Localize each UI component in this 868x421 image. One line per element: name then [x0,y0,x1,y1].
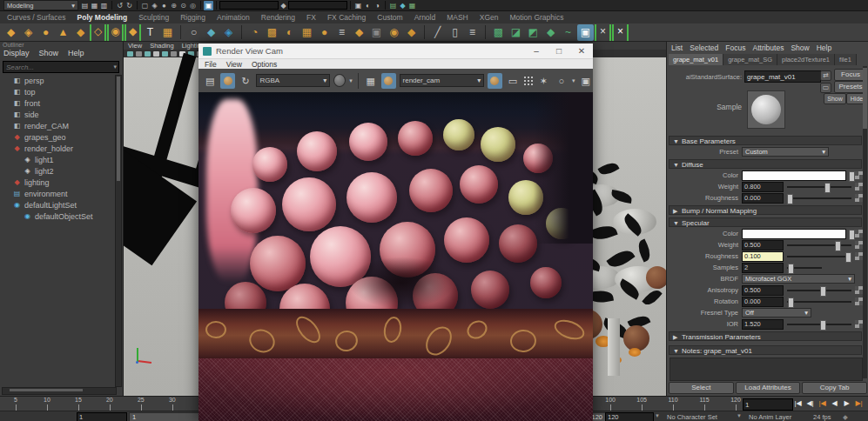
shelf-tab-rigging[interactable]: Rigging [180,13,205,22]
outliner-search[interactable]: ▾ [3,61,119,73]
chevron-down-icon[interactable]: ▾ [572,77,575,84]
texture-map-button[interactable] [855,252,863,260]
shelf-tool-icon[interactable]: ◉ [386,24,402,41]
shelf-tab-custom[interactable]: Custom [377,13,402,22]
color-swatch[interactable] [742,229,846,239]
ae-menu-help[interactable]: Help [817,43,831,52]
playback-button[interactable]: ▶| [853,398,865,410]
shelf-tool-icon[interactable]: ▣ [577,24,594,41]
animation-start-field[interactable]: 1 [77,412,127,421]
shelf-tool-icon[interactable]: × [595,24,611,41]
grid-icon[interactable]: ▦ [364,73,378,89]
outliner-item-grapes_geo[interactable]: ◆grapes_geo [0,131,115,143]
shelf-tab-fx-caching[interactable]: FX Caching [327,13,366,22]
menu-set-selector[interactable]: Modeling ▾ [3,0,78,10]
attr-slider[interactable] [850,175,851,177]
animation-end-field[interactable]: 120 [605,412,654,421]
playback-button[interactable]: ◀| [804,398,816,410]
maximize-button[interactable]: □ [548,43,570,59]
shelf-tool-icon[interactable]: ▩ [490,24,507,41]
node-name-field[interactable] [744,70,821,83]
shelf-tool-icon[interactable]: ◆ [72,24,89,41]
attr-value-field[interactable]: 1.520 [742,319,784,330]
select-button[interactable]: Select [669,382,734,394]
shelf-tab-poly-modeling[interactable]: Poly Modeling [77,13,128,22]
status-line-icon[interactable]: ◈ [150,1,159,10]
ae-menu-list[interactable]: List [671,43,683,52]
ae-menu-selected[interactable]: Selected [690,43,718,52]
outliner-item-lighting[interactable]: ◆lighting [0,177,115,188]
status-line-icon[interactable]: ◐ [363,1,373,10]
copy-tab-button[interactable]: Copy Tab [802,382,867,394]
outliner-menu-display[interactable]: Display [3,49,30,59]
show-button[interactable]: Show [824,93,846,104]
status-input-field[interactable] [288,1,347,10]
attr-slider[interactable] [787,256,851,257]
outliner-item-defaultobjectset[interactable]: ◉defaultObjectSet [0,210,115,222]
playback-button[interactable]: |◀ [817,398,828,410]
circle-tool-icon[interactable]: ○ [555,73,569,89]
slider-handle[interactable] [849,171,855,182]
status-line-icon[interactable]: ▦ [90,1,99,10]
playback-button[interactable]: ◀ [829,398,840,410]
shelf-tool-icon[interactable]: ◆ [542,24,559,41]
attr-slider[interactable] [787,244,851,246]
shelf-tool-icon[interactable]: ≡ [464,24,481,41]
status-line-icon[interactable]: ◆ [398,1,407,10]
section-header-diffuse[interactable]: ▼Diffuse [669,159,862,169]
camera-select[interactable]: render_cam▾ [400,74,485,87]
attr-slider[interactable] [850,233,851,235]
load-attributes-button[interactable]: Load Attributes [736,382,801,394]
shelf-tab-arnold[interactable]: Arnold [414,13,436,22]
render-view-menu-view[interactable]: View [226,60,242,69]
slider-handle[interactable] [849,230,855,240]
texture-map-button[interactable] [855,230,863,237]
outliner-item-top[interactable]: ◧top [0,86,115,97]
texture-map-button[interactable] [855,297,863,305]
attr-value-field[interactable]: 0.000 [742,297,784,307]
viewport-menu-view[interactable]: View [128,42,142,50]
texture-map-button[interactable] [855,320,863,328]
dot-grid-icon[interactable] [523,76,533,86]
minimize-button[interactable]: – [525,43,548,59]
chevron-down-icon[interactable]: ▼ [655,413,660,418]
attr-slider[interactable] [787,267,822,269]
ae-menu-attributes[interactable]: Attributes [752,43,784,52]
shelf-tool-icon[interactable]: ◆ [203,24,219,41]
material-sample-swatch[interactable] [747,90,785,129]
shelf-tool-icon[interactable]: ▲ [55,24,71,41]
texture-map-button[interactable] [855,194,863,202]
range-start-handle[interactable]: 1 [132,413,136,421]
snowflake-icon[interactable]: ✶ [536,73,550,89]
attr-value-field[interactable]: 0.000 [742,193,784,204]
status-line-icon[interactable]: ▤ [388,1,398,10]
chevron-down-icon[interactable]: ▼ [737,413,742,418]
slider-handle[interactable] [788,297,794,308]
status-line-icon[interactable]: ▥ [99,1,109,10]
notes-textarea[interactable] [670,358,863,381]
auto-key-icon[interactable]: ◆ [843,413,848,421]
attr-value-field[interactable]: 0.500 [742,285,784,296]
texture-map-button[interactable] [855,171,863,179]
status-line-icon[interactable]: ⊙ [178,1,188,10]
slider-handle[interactable] [820,286,826,297]
attr-value-field[interactable]: 0.800 [742,182,784,192]
slider-handle[interactable] [824,183,831,193]
shelf-tool-icon[interactable]: ╱ [429,24,446,41]
slider-handle[interactable] [845,252,851,263]
status-line-icon[interactable]: ▦ [407,1,417,10]
character-set-selector[interactable]: No Character Set [667,413,717,421]
status-line-icon[interactable]: ▢ [140,1,150,10]
outliner-item-persp[interactable]: ◧persp [0,75,115,86]
sync-icon[interactable]: ⇄ [820,70,831,81]
outliner-vertical-scrollbar[interactable] [115,75,122,387]
shelf-tool-icon[interactable]: ◇ [90,24,106,41]
shelf-tool-icon[interactable]: ~ [560,24,576,41]
viewport-mini-icon[interactable] [127,51,133,57]
status-line-icon[interactable]: ◆ [279,1,288,10]
texture-map-button[interactable] [855,241,863,249]
slider-handle[interactable] [788,264,794,274]
status-line-icon[interactable]: ● [159,1,169,10]
status-line-icon[interactable]: ↻ [124,1,134,10]
shelf-tab-xgen[interactable]: XGen [480,13,499,22]
